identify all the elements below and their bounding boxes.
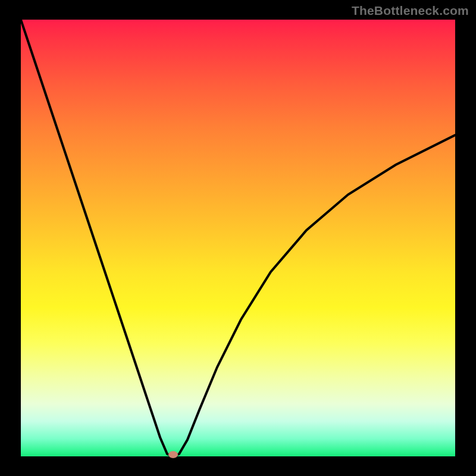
chart-plot-area bbox=[21, 20, 455, 456]
optimum-marker bbox=[168, 451, 178, 458]
bottleneck-curve bbox=[21, 20, 455, 456]
curve-path bbox=[21, 20, 455, 456]
watermark-text: TheBottleneck.com bbox=[352, 4, 469, 18]
